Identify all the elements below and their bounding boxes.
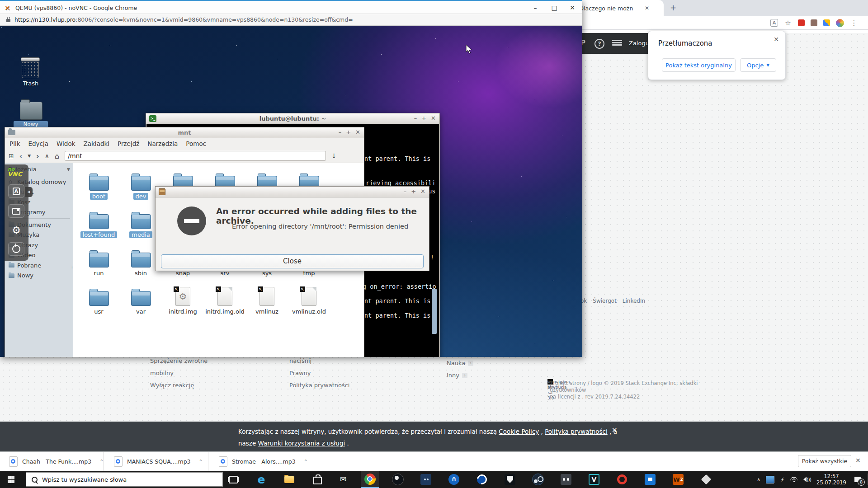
taskbar-explorer-icon[interactable] (280, 471, 298, 488)
taskbar-obs-icon[interactable] (389, 471, 407, 488)
shelf-close-icon[interactable]: ✕ (855, 457, 861, 464)
taskbar-gray-app-icon[interactable] (697, 471, 715, 488)
footer-link-privacy[interactable]: Polityka prywatności (289, 379, 349, 391)
download-menu-chevron-icon[interactable]: ⌃ (199, 459, 203, 465)
translate-popup-close-icon[interactable]: ✕ (774, 36, 779, 43)
social-link-linkedin[interactable]: LinkedIn (623, 298, 645, 304)
desktop-trash-icon[interactable] (21, 57, 40, 78)
taskbar-edge-icon[interactable]: e (252, 471, 270, 488)
fullscreen-button[interactable] (8, 204, 24, 218)
menu-file[interactable]: Plik (9, 140, 20, 147)
notification-center-icon[interactable]: 8 (850, 471, 865, 488)
close-button[interactable]: Close (161, 254, 424, 268)
translate-options-button[interactable]: Opcje▼ (740, 58, 776, 72)
forward-icon[interactable]: › (36, 152, 39, 160)
download-item-3[interactable]: Stromae - Alors....mp3 ⌃ (212, 452, 308, 471)
file-item-var[interactable]: var (120, 284, 162, 323)
new-tab-button[interactable]: + (670, 4, 676, 12)
menu-tools[interactable]: Narzędzia (147, 140, 178, 147)
error-dialog-titlebar[interactable]: – + ✕ (156, 187, 429, 197)
chrome-menu-icon[interactable]: ⋮ (850, 19, 858, 27)
tray-wifi-icon[interactable] (790, 477, 797, 482)
tray-volume-icon[interactable]: ))) (803, 477, 811, 483)
window-maximize-button[interactable]: □ (545, 3, 563, 14)
path-input[interactable]: /mnt (65, 151, 326, 161)
back-icon[interactable]: ‹ (19, 152, 22, 160)
taskbar-w2-game-icon[interactable]: W2 (669, 471, 687, 488)
tray-remote-desktop-icon[interactable] (766, 476, 774, 483)
taskbar-store-icon[interactable] (308, 471, 326, 488)
taskbar-steam-icon[interactable] (529, 471, 547, 488)
social-link-twitter[interactable]: Świergot (593, 298, 617, 304)
dialog-maximize-button[interactable]: + (411, 188, 416, 195)
qemu-window-titlebar[interactable]: ✕ QEMU (vps8860) - noVNC - Google Chrome… (0, 0, 582, 14)
terminal-minimize-button[interactable]: – (414, 115, 417, 122)
tray-power-plug-icon[interactable]: ⚡ (780, 476, 784, 483)
file-item-lost-found[interactable]: lost+found (78, 207, 120, 246)
fm-close-button[interactable]: ✕ (355, 129, 360, 136)
download-item-1[interactable]: Chaah - The Funk....mp3 ⌃ (3, 452, 104, 471)
power-button[interactable] (8, 242, 24, 256)
taskbar-search-box[interactable]: Wpisz tu wyszukiwane słowa (26, 472, 223, 487)
taskbar-photos-icon[interactable] (641, 471, 659, 488)
footer-link-other[interactable]: Inny› (447, 369, 473, 381)
error-dialog[interactable]: – + ✕ An error occurred while adding fil… (155, 186, 429, 271)
menu-help[interactable]: Pomoc (186, 140, 206, 147)
download-item-2[interactable]: MANIACS SQUA....mp3 ⌃ (108, 452, 203, 471)
inbox-icon[interactable] (612, 40, 622, 47)
menu-view[interactable]: Widok (57, 140, 75, 147)
download-menu-chevron-icon[interactable]: ⌃ (99, 459, 104, 465)
privacy-policy-link[interactable]: Polityka prywatności (545, 428, 608, 435)
cookie-close-icon[interactable]: ✕ (612, 426, 618, 434)
new-tab-icon[interactable]: ⊞ (9, 152, 14, 160)
address-bar[interactable]: https://n130.lvlup.pro:8006/?console=kvm… (0, 14, 582, 26)
help-icon[interactable]: ? (594, 39, 604, 49)
extension-icon[interactable] (823, 19, 830, 26)
window-minimize-button[interactable]: – (526, 3, 544, 14)
extension-adblock-icon[interactable] (798, 19, 805, 26)
file-item-vmlinuz[interactable]: ↖vmlinuz (246, 284, 288, 323)
cookie-policy-link[interactable]: Cookie Policy (499, 428, 539, 435)
tray-expand-icon[interactable]: ∧ (757, 477, 760, 483)
file-item-vmlinuz-old[interactable]: ↖vmlinuz.old (288, 284, 330, 323)
task-view-button[interactable] (224, 471, 242, 488)
file-item-initrd-old[interactable]: ↖initrd.img.old (204, 284, 246, 323)
sidebar-splitter[interactable]: ⁞ (71, 265, 72, 269)
dialog-close-button[interactable]: ✕ (420, 188, 425, 195)
file-item-run[interactable]: run (78, 246, 120, 284)
menu-edit[interactable]: Edycja (28, 140, 48, 147)
sidebar-item-new[interactable]: Nowy (5, 271, 73, 281)
download-menu-chevron-icon[interactable]: ⌃ (304, 459, 308, 465)
virtual-keyboard-button[interactable]: A (8, 184, 24, 198)
terminal-titlebar[interactable]: >_ lubuntu@lubuntu: ~ – + ✕ (146, 113, 439, 124)
profile-avatar[interactable] (836, 19, 844, 27)
history-dropdown-icon[interactable]: ▼ (28, 154, 31, 158)
tray-clock[interactable]: 12:57 25.07.2019 (816, 473, 847, 486)
dialog-minimize-button[interactable]: – (404, 188, 407, 195)
settings-gear-button[interactable]: ⚙ (8, 223, 24, 237)
file-manager-titlebar[interactable]: mnt – + ✕ (5, 127, 364, 138)
window-close-button[interactable]: ✕ (563, 3, 581, 14)
home-icon[interactable]: ⌂ (55, 152, 59, 160)
file-item-initrd[interactable]: ⚙↖initrd.img (162, 284, 204, 323)
menu-bookmarks[interactable]: Zakładki (83, 140, 109, 147)
taskbar-discord-icon[interactable] (557, 471, 575, 488)
footer-link-legal[interactable]: Prawny (289, 367, 349, 379)
tab-close-icon[interactable]: ✕ (645, 5, 649, 11)
start-button[interactable] (0, 471, 22, 488)
file-item-usr[interactable]: usr (78, 284, 120, 323)
login-link[interactable]: Zalogu (629, 40, 649, 47)
desktop-folder-icon[interactable] (20, 102, 42, 120)
scroll-down-icon[interactable]: ↓ (331, 152, 337, 160)
taskbar-uplay-icon[interactable] (473, 471, 491, 488)
taskbar-shield-icon[interactable] (501, 471, 519, 488)
show-all-downloads-button[interactable]: Pokaż wszystkie (798, 455, 851, 467)
footer-link-mobile[interactable]: mobilny (150, 367, 208, 379)
taskbar-game-icon[interactable] (417, 471, 435, 488)
taskbar-mail-icon[interactable]: ✉ (334, 471, 352, 488)
sidebar-item-downloads[interactable]: Pobrane (5, 260, 73, 271)
show-original-button[interactable]: Pokaż tekst oryginalny (662, 58, 736, 72)
menu-go[interactable]: Przejdź (118, 140, 139, 147)
taskbar-chrome-icon-active[interactable] (361, 471, 379, 488)
attribution-link[interactable]: wymaganą atrybucją (547, 379, 553, 385)
